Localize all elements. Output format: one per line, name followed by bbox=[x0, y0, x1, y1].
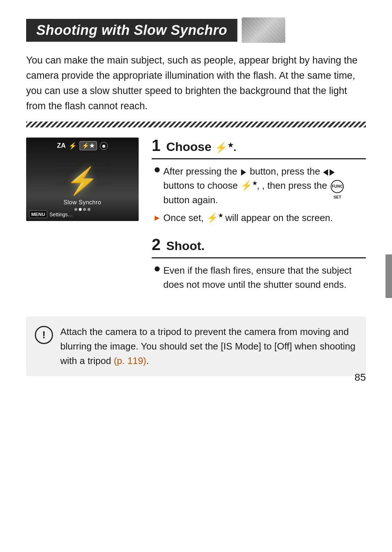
menu-settings: Settings… bbox=[49, 212, 73, 217]
bullet-2-pre: Once set, bbox=[163, 212, 204, 223]
right-edge-tab bbox=[385, 254, 392, 298]
bullet-1-mid: button, press the bbox=[250, 166, 320, 177]
step-1-bullet-1-text: After pressing the button, press the but… bbox=[163, 164, 345, 207]
camera-dots bbox=[74, 208, 90, 211]
step-2-header: 2 Shoot. bbox=[152, 237, 366, 253]
stripe-divider bbox=[26, 122, 366, 127]
camera-icon-circle: ☻ bbox=[100, 142, 108, 150]
title-bar: Shooting with Slow Synchro bbox=[26, 17, 366, 43]
camera-panel: ZA ⚡ ⚡★ ☻ ⚡ Slow Synchro MEN bbox=[26, 138, 139, 303]
camera-icon-za: ZA bbox=[57, 142, 66, 150]
bullet-1-post-mid: , then press the bbox=[262, 180, 327, 191]
step-1-title: Choose ⚡★. bbox=[166, 140, 236, 154]
arrow-right-icon bbox=[241, 169, 246, 176]
step-1-block: 1 Choose ⚡★. After pressing the button, … bbox=[152, 138, 366, 225]
bullet-1-post-end: button again. bbox=[163, 195, 218, 205]
step-1-bullet-2-text: Once set, ⚡★ will appear on the screen. bbox=[163, 211, 333, 225]
step-1-bullet-1: After pressing the button, press the but… bbox=[152, 164, 366, 207]
dot-4 bbox=[87, 208, 90, 211]
step-1-underline bbox=[152, 158, 366, 159]
step-2-title: Shoot. bbox=[166, 239, 205, 253]
page-container: Shooting with Slow Synchro You can make … bbox=[0, 0, 392, 398]
step-2-block: 2 Shoot. Even if the flash fires, ensure… bbox=[152, 237, 366, 292]
step-1-number: 1 bbox=[152, 138, 163, 154]
caution-box: ! Attach the camera to a tripod to preve… bbox=[26, 316, 366, 376]
step-2-bullet-1: Even if the flash fires, ensure that the… bbox=[152, 263, 366, 292]
dot-1 bbox=[74, 208, 77, 211]
flash-icon-inline: ⚡★ bbox=[241, 180, 257, 191]
bullet-1-post-pre: buttons to choose bbox=[163, 180, 238, 191]
step-2-underline bbox=[152, 257, 366, 258]
step-2-number: 2 bbox=[152, 237, 163, 253]
camera-flash-center-icon: ⚡ bbox=[66, 165, 99, 196]
step-1-bullet-2: ▶ Once set, ⚡★ will appear on the screen… bbox=[152, 211, 366, 225]
caution-icon: ! bbox=[35, 326, 53, 344]
step-2-bullet-1-text: Even if the flash fires, ensure that the… bbox=[163, 263, 366, 292]
caution-text: Attach the camera to a tripod to prevent… bbox=[60, 324, 357, 368]
bullet-1-pre: After pressing the bbox=[163, 166, 237, 177]
dot-3 bbox=[83, 208, 86, 211]
arrow-left-icon bbox=[323, 169, 328, 176]
camera-menu-bar: MENU Settings… bbox=[29, 210, 73, 218]
func-set-button: FUNCSET bbox=[331, 180, 344, 193]
camera-icon-slow-synchro: ⚡★ bbox=[79, 141, 97, 150]
caution-text-pre: Attach the camera to a tripod to prevent… bbox=[60, 326, 355, 367]
bullet-2-mid: will appear on the screen. bbox=[225, 212, 333, 223]
caution-text-end: . bbox=[146, 355, 149, 366]
page-number: 85 bbox=[355, 372, 366, 383]
page-title: Shooting with Slow Synchro bbox=[26, 19, 237, 42]
bullet-circle-1 bbox=[155, 167, 160, 172]
camera-top-bar: ZA ⚡ ⚡★ ☻ bbox=[26, 141, 139, 150]
intro-paragraph: You can make the main subject, such as p… bbox=[26, 53, 366, 114]
flash-icon-inline-2: ⚡★ bbox=[207, 212, 225, 223]
dot-2 bbox=[79, 208, 82, 211]
title-image bbox=[242, 17, 285, 43]
step-1-header: 1 Choose ⚡★. bbox=[152, 138, 366, 154]
menu-label: MENU bbox=[29, 210, 47, 218]
bullet-circle-2 bbox=[155, 266, 160, 271]
arrow-right-icon-2 bbox=[330, 169, 335, 176]
step-1-icon: ⚡★. bbox=[215, 142, 236, 153]
orange-arrow-icon: ▶ bbox=[155, 213, 160, 223]
caution-link[interactable]: (p. 119) bbox=[114, 355, 146, 366]
camera-image: ZA ⚡ ⚡★ ☻ ⚡ Slow Synchro MEN bbox=[26, 138, 139, 221]
main-content: ZA ⚡ ⚡★ ☻ ⚡ Slow Synchro MEN bbox=[26, 138, 366, 303]
camera-mode-label: Slow Synchro bbox=[64, 199, 101, 206]
step-1-title-text: Choose bbox=[166, 140, 212, 154]
steps-panel: 1 Choose ⚡★. After pressing the button, … bbox=[152, 138, 366, 303]
camera-icon-flash: ⚡ bbox=[69, 142, 77, 150]
